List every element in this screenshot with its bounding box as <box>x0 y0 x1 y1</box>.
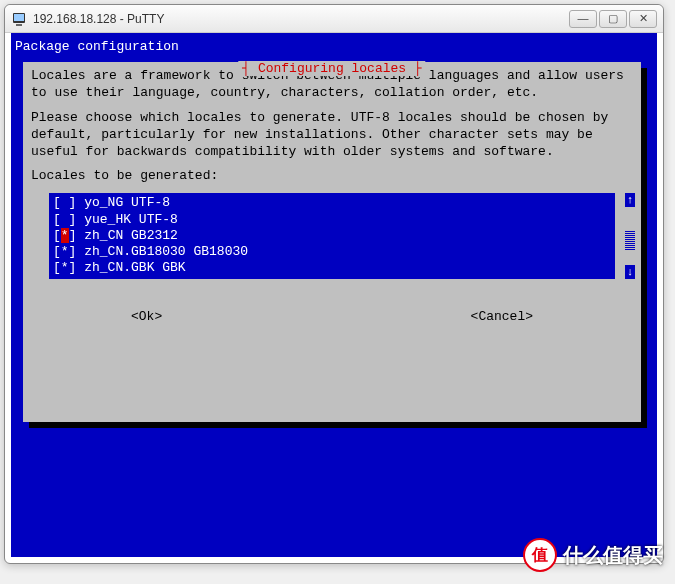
locale-option[interactable]: [*] zh_CN GB2312 <box>53 228 611 244</box>
putty-window: 192.168.18.128 - PuTTY — ▢ ✕ Package con… <box>4 4 664 564</box>
window-title: 192.168.18.128 - PuTTY <box>33 12 569 26</box>
configuring-locales-dialog: ┤ Configuring locales ├ Locales are a fr… <box>23 62 641 422</box>
window-buttons: — ▢ ✕ <box>569 10 657 28</box>
scroll-up-button[interactable]: ↑ <box>625 193 635 207</box>
watermark: 值 什么值得买 <box>523 538 663 572</box>
scrollbar[interactable]: ↑ ↓ <box>625 193 635 278</box>
svg-rect-2 <box>16 24 22 26</box>
dialog-paragraph-2: Please choose which locales to generate.… <box>31 110 633 161</box>
cancel-button[interactable]: <Cancel> <box>471 309 533 324</box>
dialog-buttons: <Ok> <Cancel> <box>31 309 633 324</box>
locales-listbox[interactable]: [ ] yo_NG UTF-8[ ] yue_HK UTF-8[*] zh_CN… <box>49 193 615 278</box>
watermark-text: 什么值得买 <box>563 542 663 569</box>
locale-option[interactable]: [*] zh_CN.GBK GBK <box>53 260 611 276</box>
package-config-header: Package configuration <box>13 35 655 62</box>
locale-option[interactable]: [*] zh_CN.GB18030 GB18030 <box>53 244 611 260</box>
locale-option[interactable]: [ ] yue_HK UTF-8 <box>53 212 611 228</box>
maximize-button[interactable]: ▢ <box>599 10 627 28</box>
ok-button[interactable]: <Ok> <box>131 309 162 324</box>
locale-option[interactable]: [ ] yo_NG UTF-8 <box>53 195 611 211</box>
minimize-button[interactable]: — <box>569 10 597 28</box>
titlebar[interactable]: 192.168.18.128 - PuTTY — ▢ ✕ <box>5 5 663 33</box>
dialog-title: ┤ Configuring locales ├ <box>238 61 425 76</box>
terminal[interactable]: Package configuration ┤ Configuring loca… <box>11 33 657 557</box>
putty-icon <box>11 11 27 27</box>
scroll-down-button[interactable]: ↓ <box>625 265 635 279</box>
svg-rect-1 <box>14 14 24 21</box>
dialog-container: ┤ Configuring locales ├ Locales are a fr… <box>23 62 645 422</box>
scroll-thumb[interactable] <box>625 230 635 250</box>
close-button[interactable]: ✕ <box>629 10 657 28</box>
scroll-track[interactable] <box>625 207 635 264</box>
watermark-badge: 值 <box>523 538 557 572</box>
dialog-prompt: Locales to be generated: <box>31 168 633 185</box>
